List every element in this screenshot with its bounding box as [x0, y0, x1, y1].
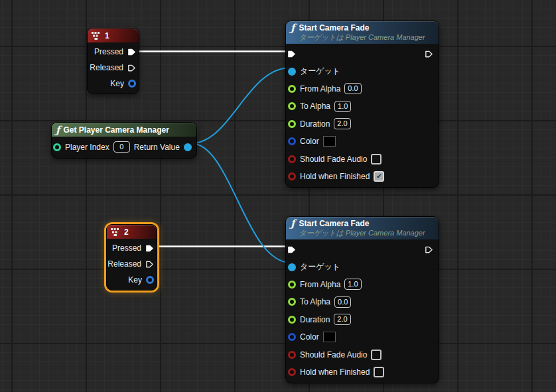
node-input-key-2[interactable]: 2 Pressed Released Key	[106, 224, 157, 291]
hold-when-finished-label: Hold when Finished	[300, 172, 370, 181]
node-header[interactable]: ƒ Get Player Camera Manager	[52, 123, 196, 137]
hold-when-finished-checkbox[interactable]: ✔	[374, 171, 384, 182]
to-alpha-pin[interactable]	[288, 298, 296, 306]
key-pin-label: Key	[110, 79, 124, 88]
data-wire-camera-manager-to-fadeout[interactable]	[191, 143, 291, 263]
color-label: Color	[300, 332, 319, 342]
duration-label: Duration	[300, 315, 330, 324]
color-swatch[interactable]	[323, 332, 336, 342]
from-alpha-label: From Alpha	[300, 84, 340, 94]
node-title: Start Camera Fade	[299, 23, 425, 33]
to-alpha-value[interactable]: 0.0	[334, 296, 351, 308]
node-subtitle: ターゲットは Player Camera Manager	[299, 33, 425, 42]
color-label: Color	[300, 137, 319, 146]
target-label: ターゲット	[300, 261, 340, 273]
duration-label: Duration	[300, 119, 330, 129]
node-start-camera-fade-2[interactable]: ƒ Start Camera Fade ターゲットは Player Camera…	[285, 216, 439, 383]
released-exec-pin[interactable]	[145, 260, 154, 269]
pressed-pin-label: Pressed	[112, 243, 141, 253]
hold-when-finished-checkbox[interactable]	[374, 367, 384, 377]
node-header[interactable]: 1	[88, 29, 139, 42]
color-pin[interactable]	[288, 137, 296, 145]
pressed-pin-label: Pressed	[94, 47, 123, 56]
duration-pin[interactable]	[288, 316, 296, 324]
from-alpha-value[interactable]: 0.0	[344, 83, 361, 94]
should-fade-audio-label: Should Fade Audio	[300, 155, 367, 164]
node-get-player-camera-manager[interactable]: ƒ Get Player Camera Manager Player Index…	[51, 122, 197, 159]
node-header[interactable]: ƒ Start Camera Fade ターゲットは Player Camera…	[286, 217, 439, 239]
from-alpha-value[interactable]: 1.0	[344, 279, 361, 290]
to-alpha-value[interactable]: 1.0	[334, 101, 351, 112]
node-subtitle: ターゲットは Player Camera Manager	[299, 228, 425, 237]
exec-in-pin[interactable]	[287, 245, 296, 254]
should-fade-audio-checkbox[interactable]	[371, 350, 382, 360]
exec-out-pin[interactable]	[425, 245, 433, 254]
pressed-exec-pin[interactable]	[127, 48, 136, 56]
player-index-value[interactable]: 0	[113, 141, 130, 153]
blueprint-graph-canvas[interactable]: 1 Pressed Released Key ƒ	[0, 0, 556, 392]
hold-when-finished-pin[interactable]	[288, 172, 296, 180]
keyboard-icon	[111, 228, 121, 236]
color-swatch[interactable]	[323, 136, 336, 147]
wire-layer	[0, 0, 556, 392]
from-alpha-pin[interactable]	[288, 85, 296, 93]
released-exec-pin[interactable]	[127, 64, 136, 72]
should-fade-audio-pin[interactable]	[288, 155, 296, 163]
player-index-label: Player Index	[65, 143, 109, 152]
node-start-camera-fade-1[interactable]: ƒ Start Camera Fade ターゲットは Player Camera…	[285, 21, 439, 188]
key-pin[interactable]	[146, 276, 154, 284]
pressed-exec-pin[interactable]	[145, 244, 154, 253]
released-pin-label: Released	[107, 259, 141, 269]
hold-when-finished-pin[interactable]	[288, 368, 296, 376]
to-alpha-label: To Alpha	[300, 297, 330, 306]
exec-in-pin[interactable]	[287, 50, 296, 58]
duration-value[interactable]: 2.0	[334, 314, 350, 325]
node-title: 2	[124, 228, 129, 237]
target-label: ターゲット	[300, 66, 340, 77]
to-alpha-label: To Alpha	[300, 101, 330, 111]
key-pin-label: Key	[128, 275, 142, 285]
should-fade-audio-label: Should Fade Audio	[300, 350, 367, 359]
function-icon: ƒ	[291, 219, 295, 229]
return-value-pin[interactable]	[184, 143, 192, 151]
node-header[interactable]: 2	[107, 225, 157, 239]
should-fade-audio-pin[interactable]	[288, 351, 296, 359]
keyboard-icon	[92, 32, 102, 40]
node-title: Start Camera Fade	[299, 219, 425, 228]
node-title: Get Player Camera Manager	[63, 125, 169, 135]
color-pin[interactable]	[288, 333, 296, 341]
player-index-pin[interactable]	[53, 143, 61, 151]
hold-when-finished-label: Hold when Finished	[300, 367, 370, 377]
from-alpha-pin[interactable]	[288, 281, 296, 289]
released-pin-label: Released	[90, 63, 123, 72]
exec-out-pin[interactable]	[425, 50, 433, 58]
function-icon: ƒ	[291, 23, 295, 33]
key-pin[interactable]	[128, 80, 136, 88]
should-fade-audio-checkbox[interactable]	[371, 154, 382, 164]
duration-value[interactable]: 2.0	[334, 118, 350, 129]
node-header[interactable]: ƒ Start Camera Fade ターゲットは Player Camera…	[286, 21, 439, 44]
target-pin[interactable]	[288, 68, 296, 76]
node-input-key-1[interactable]: 1 Pressed Released Key	[87, 28, 139, 94]
return-value-label: Return Value	[134, 143, 180, 152]
target-pin[interactable]	[288, 263, 296, 271]
from-alpha-label: From Alpha	[300, 280, 340, 289]
duration-pin[interactable]	[288, 120, 296, 128]
data-wire-camera-manager-to-fadein[interactable]	[191, 68, 291, 143]
function-icon: ƒ	[56, 125, 60, 135]
node-title: 1	[105, 31, 109, 40]
to-alpha-pin[interactable]	[288, 102, 296, 110]
